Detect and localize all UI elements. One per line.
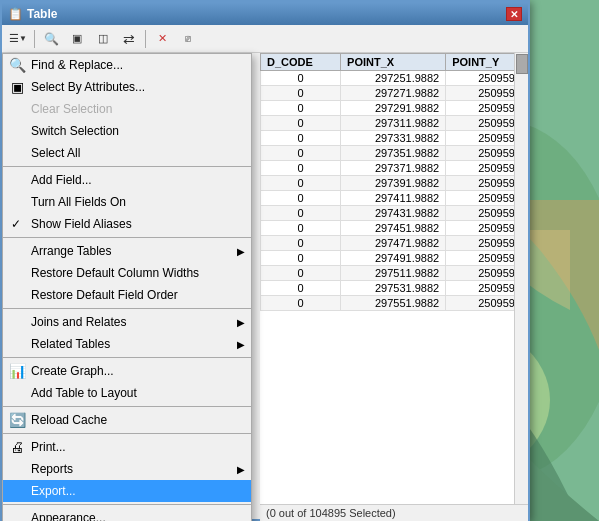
menu-item-print[interactable]: 🖨 Print...: [3, 436, 251, 458]
cell-d-code: 0: [261, 176, 341, 191]
window-icon: 📋: [8, 7, 23, 21]
create-graph-icon: 📊: [7, 361, 27, 381]
cell-d-code: 0: [261, 236, 341, 251]
menu-item-select-all[interactable]: Select All: [3, 142, 251, 164]
status-text: (0 out of 104895 Selected): [266, 507, 396, 519]
clear-toolbar-btn[interactable]: ⎚: [176, 28, 200, 50]
menu-item-add-field-label: Add Field...: [31, 173, 92, 187]
menu-item-reports-label: Reports: [31, 462, 73, 476]
select-by-attr-toolbar-btn[interactable]: ▣: [65, 28, 89, 50]
cell-d-code: 0: [261, 71, 341, 86]
cell-point-x: 297551.9882: [341, 296, 446, 311]
menu-item-arrange-tables[interactable]: Arrange Tables: [3, 240, 251, 262]
delete-toolbar-btn[interactable]: ✕: [150, 28, 174, 50]
cell-point-x: 297271.9882: [341, 86, 446, 101]
table-row: 0297511.98822509590: [261, 266, 528, 281]
table-data-area: D_CODE POINT_X POINT_Y 0297251.988225095…: [260, 53, 528, 504]
table-row: 0297431.98822509590: [261, 206, 528, 221]
cell-d-code: 0: [261, 161, 341, 176]
cell-d-code: 0: [261, 266, 341, 281]
cell-point-x: 297251.9882: [341, 71, 446, 86]
cell-point-x: 297511.9882: [341, 266, 446, 281]
find-icon: 🔍: [44, 32, 59, 46]
cell-point-x: 297391.9882: [341, 176, 446, 191]
cell-point-x: 297491.9882: [341, 251, 446, 266]
menu-item-create-graph-label: Create Graph...: [31, 364, 114, 378]
menu-item-reload-cache[interactable]: 🔄 Reload Cache: [3, 409, 251, 431]
menu-sep-6: [3, 433, 251, 434]
menu-item-turn-all-fields-label: Turn All Fields On: [31, 195, 126, 209]
select-loc-icon: ◫: [98, 32, 108, 45]
cell-point-x: 297431.9882: [341, 206, 446, 221]
cell-point-x: 297291.9882: [341, 101, 446, 116]
menu-item-add-table-layout[interactable]: Add Table to Layout: [3, 382, 251, 404]
menu-item-export-label: Export...: [31, 484, 76, 498]
cell-point-x: 297471.9882: [341, 236, 446, 251]
menu-item-restore-col-widths[interactable]: Restore Default Column Widths: [3, 262, 251, 284]
delete-icon: ✕: [158, 32, 167, 45]
table-row: 0297311.98822509590: [261, 116, 528, 131]
toolbar: ☰ ▼ 🔍 ▣ ◫ ⇄ ✕ ⎚: [2, 25, 528, 53]
close-button[interactable]: ✕: [506, 7, 522, 21]
menu-sep-7: [3, 504, 251, 505]
print-icon: 🖨: [7, 437, 27, 457]
title-bar: 📋 Table ✕: [2, 3, 528, 25]
scrollbar[interactable]: [514, 53, 528, 504]
switch-sel-toolbar-btn[interactable]: ⇄: [117, 28, 141, 50]
clear-icon: ⎚: [185, 33, 191, 44]
find-replace-icon: 🔍: [7, 55, 27, 75]
menu-sep-3: [3, 308, 251, 309]
cell-d-code: 0: [261, 86, 341, 101]
cell-d-code: 0: [261, 296, 341, 311]
cell-d-code: 0: [261, 281, 341, 296]
toolbar-sep-2: [145, 30, 146, 48]
switch-icon: ⇄: [123, 31, 135, 47]
table-row: 0297271.98822509590: [261, 86, 528, 101]
menu-item-appearance[interactable]: Appearance...: [3, 507, 251, 521]
table-row: 0297251.98822509590: [261, 71, 528, 86]
menu-item-joins-relates[interactable]: Joins and Relates: [3, 311, 251, 333]
menu-item-appearance-label: Appearance...: [31, 511, 106, 521]
menu-item-turn-all-fields[interactable]: Turn All Fields On: [3, 191, 251, 213]
col-point-x: POINT_X: [341, 54, 446, 71]
table-row: 0297551.98822509590: [261, 296, 528, 311]
cell-d-code: 0: [261, 251, 341, 266]
menu-item-show-field-aliases[interactable]: ✓ Show Field Aliases: [3, 213, 251, 235]
cell-d-code: 0: [261, 206, 341, 221]
table-row: 0297391.98822509590: [261, 176, 528, 191]
table-row: 0297471.98822509590: [261, 236, 528, 251]
menu-item-export[interactable]: Export...: [3, 480, 251, 502]
table-options-icon: ☰: [9, 32, 19, 45]
table-row: 0297351.98822509590: [261, 146, 528, 161]
cell-point-x: 297351.9882: [341, 146, 446, 161]
table-row: 0297491.98822509590: [261, 251, 528, 266]
cell-d-code: 0: [261, 191, 341, 206]
menu-item-create-graph[interactable]: 📊 Create Graph...: [3, 360, 251, 382]
cell-d-code: 0: [261, 116, 341, 131]
menu-item-select-by-attributes[interactable]: ▣ Select By Attributes...: [3, 76, 251, 98]
menu-item-related-tables[interactable]: Related Tables: [3, 333, 251, 355]
menu-sep-2: [3, 237, 251, 238]
table-window: 📋 Table ✕ ☰ ▼ 🔍 ▣ ◫ ⇄ ✕ ⎚: [0, 0, 530, 521]
cell-point-x: 297331.9882: [341, 131, 446, 146]
menu-sep-1: [3, 166, 251, 167]
menu-item-add-field[interactable]: Add Field...: [3, 169, 251, 191]
scrollbar-thumb[interactable]: [516, 54, 528, 74]
find-replace-toolbar-btn[interactable]: 🔍: [39, 28, 63, 50]
menu-item-reports[interactable]: Reports: [3, 458, 251, 480]
menu-item-restore-col-widths-label: Restore Default Column Widths: [31, 266, 199, 280]
dropdown-arrow-icon: ▼: [19, 34, 27, 43]
cell-d-code: 0: [261, 221, 341, 236]
title-bar-left: 📋 Table: [8, 7, 57, 21]
table-row: 0297451.98822509590: [261, 221, 528, 236]
menu-item-restore-field-order[interactable]: Restore Default Field Order: [3, 284, 251, 306]
menu-item-find-replace[interactable]: 🔍 Find & Replace...: [3, 54, 251, 76]
table-row: 0297531.98822509590: [261, 281, 528, 296]
select-by-loc-toolbar-btn[interactable]: ◫: [91, 28, 115, 50]
menu-item-add-table-layout-label: Add Table to Layout: [31, 386, 137, 400]
table-options-dropdown-btn[interactable]: ☰ ▼: [6, 28, 30, 50]
cell-point-x: 297531.9882: [341, 281, 446, 296]
menu-item-switch-selection[interactable]: Switch Selection: [3, 120, 251, 142]
toolbar-sep-1: [34, 30, 35, 48]
table-row: 0297411.98822509590: [261, 191, 528, 206]
